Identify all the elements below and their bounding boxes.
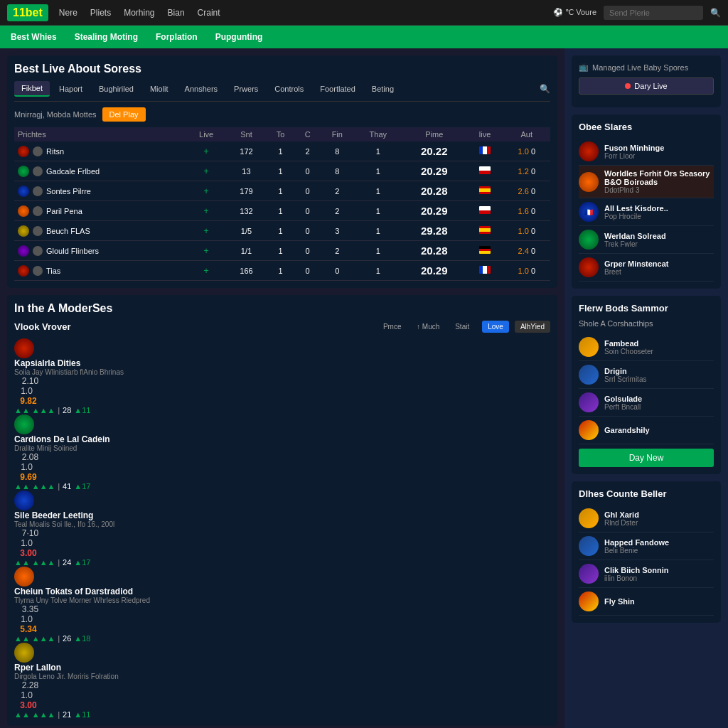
table-row[interactable]: Glould Flinbers + 1/1 1 0 2 1 20.28 2.4 … [14,241,550,261]
bet-arrows: ▲▲ ▲▲▲ | 21 ▲11 [14,710,550,719]
chips-item[interactable]: Fambead Soin Chooseter [579,333,714,361]
arrows-icon: ▲▲ ▲▲▲ [14,482,55,491]
bet-bar1: 26 [63,634,71,643]
bet-stat: 5.34 [14,624,43,634]
team-name: Tias [46,267,60,275]
obes-item[interactable]: Fuson Minhinge Forr Lioor [579,138,714,166]
bet-row[interactable]: Rper Lallon Dirgola Leno Jir. Moriris Fo… [14,643,550,719]
col-price-label: Pmce [376,323,408,331]
bet-much: 1.0 [14,690,39,700]
dary-live-button[interactable]: Dary Live [579,77,714,95]
tab-haport[interactable]: Haport [52,82,90,96]
site-logo[interactable]: 11bet [7,4,48,21]
to-val: 0 [295,181,320,201]
green-nav-best-whies[interactable]: Best Whies [11,32,57,42]
obes-item-name: Werldan Solread [604,232,714,240]
obes-item[interactable]: Werldan Solread Trek Fwler [579,226,714,254]
plus-cell[interactable]: + [186,241,227,261]
plus-cell[interactable]: + [186,181,227,201]
tab-controls[interactable]: Controls [267,82,311,96]
table-row[interactable]: Tias + 166 1 0 0 1 20.29 1.0 0 [14,261,550,281]
tab-beting[interactable]: Beting [365,82,401,96]
plus-cell[interactable]: + [186,201,227,221]
tab-bughiriled[interactable]: Bughiriled [92,82,141,96]
diches-item[interactable]: Fly Shin [579,588,714,616]
obes-item-info: Worldles Forhit Ors Seasory B&O Boiroads… [604,169,714,194]
diches-chip-icon [579,564,599,584]
nav-link-bian[interactable]: Bian [168,8,185,18]
bet-row[interactable]: Kapsialrla Dities Soiia Jay Wlinistiarb … [14,338,550,414]
bet-name: Kapsialrla Dities [14,358,550,368]
plus-icon[interactable]: + [203,186,209,196]
obes-item[interactable]: Worldles Forhit Ors Seasory B&O Boiroads… [579,166,714,198]
green-nav-stealing[interactable]: Stealing Moting [75,32,138,42]
obes-item-sub: Breet [604,268,714,276]
diches-name: Ghl Xarid [604,510,639,519]
snt-val: 1 [266,181,296,201]
bet-row[interactable]: Cheiun Tokats of Darstradiod Tlyrna Uny … [14,567,550,643]
tab-annshers[interactable]: Annshers [178,82,225,96]
diches-item[interactable]: Happed Fandowe Belii Benie [579,532,714,560]
bet-logo [14,414,34,434]
plus-cell[interactable]: + [186,221,227,241]
score-value: 20.22 [421,145,448,157]
team-badge [18,205,29,217]
plus-cell[interactable]: + [186,161,227,181]
plus-icon[interactable]: + [203,146,209,156]
table-row[interactable]: Paril Pena + 132 1 0 2 1 20.29 1.6 0 [14,201,550,221]
bet-row[interactable]: Cardions De Lal Cadein Dralite Minij Soi… [14,414,550,491]
chips-item[interactable]: Drigin Srrl Scrimitas [579,361,714,389]
tab-fikbet[interactable]: Fikbet [14,81,50,97]
plus-icon[interactable]: + [203,265,209,276]
chips-item[interactable]: Golsulade Perft Bncall [579,389,714,417]
plus-icon[interactable]: + [203,205,209,216]
to-val: 0 [295,241,320,261]
diches-item[interactable]: Ghl Xarid Rlnd Dster [579,505,714,532]
chips-item[interactable]: Garandshily [579,417,714,444]
tab-search-icon[interactable]: 🔍 [540,84,550,94]
odd-value: 1.0 [518,227,529,235]
bet-bar1: 24 [63,558,71,567]
tab-miolit[interactable]: Miolit [143,82,176,96]
obes-item[interactable]: 🇫🇷 All Lest Kisdore.. Pop Hrocile [579,198,714,226]
diches-chip-icon [579,536,599,556]
search-input[interactable] [604,6,703,20]
plus-icon[interactable]: + [203,166,209,176]
flag-cell [467,201,503,221]
green-nav-pupgunting[interactable]: Pupgunting [215,32,263,42]
table-row[interactable]: Beuch FLAS + 1/5 1 0 3 1 29.28 1.0 0 [14,221,550,241]
diches-info: Fly Shin [604,597,635,606]
live-val: 13 [227,161,266,181]
nav-link-pliets[interactable]: Pliets [90,8,111,18]
plus-icon[interactable]: + [203,225,209,236]
nav-link-morhing[interactable]: Morhing [124,8,154,18]
allied-button[interactable]: AlhYied [515,321,550,333]
chip-info: Golsulade Perft Bncall [604,395,642,411]
table-row[interactable]: Gadcale Frlbed + 13 1 0 8 1 20.29 1.2 0 [14,161,550,181]
tab-prwers[interactable]: Prwers [227,82,265,96]
nav-link-nere[interactable]: Nere [59,8,77,18]
diches-list: Ghl Xarid Rlnd Dster Happed Fandowe Beli… [579,505,714,616]
diches-item[interactable]: Clik Biich Sonnin iilin Bonon [579,560,714,588]
search-icon[interactable]: 🔍 [710,8,721,18]
managed-section: 📺 Managed Live Baby Spores Dary Live [572,55,721,107]
green-nav-forplation[interactable]: Forplation [156,32,198,42]
team-name-cell: Ritsn [14,141,186,161]
table-row[interactable]: Sontes Pilrre + 179 1 0 2 1 20.28 2.6 0 [14,181,550,201]
chip-sub: Srrl Scrimitas [604,375,646,383]
plus-cell[interactable]: + [186,261,227,281]
love-button[interactable]: Love [482,321,509,333]
del-play-button[interactable]: Del Play [102,107,146,122]
table-row[interactable]: Ritsn + 172 1 2 8 1 20.22 1.0 0 [14,141,550,161]
c-val: 8 [320,141,355,161]
bet-row[interactable]: Sile Beeder Leeting Teal Moalis Soi Ile.… [14,491,550,567]
team-name-cell: Sontes Pilrre [14,181,186,201]
plus-icon[interactable]: + [203,245,209,256]
day-new-button[interactable]: Day New [579,449,714,467]
tab-foortlated[interactable]: Foortlated [313,82,363,96]
green-navbar: Best Whies Stealing Moting Forplation Pu… [0,26,728,48]
flag-cell [467,261,503,281]
nav-link-craint[interactable]: Craint [198,8,220,18]
plus-cell[interactable]: + [186,141,227,161]
obes-item[interactable]: Grper Minstencat Breet [579,254,714,282]
